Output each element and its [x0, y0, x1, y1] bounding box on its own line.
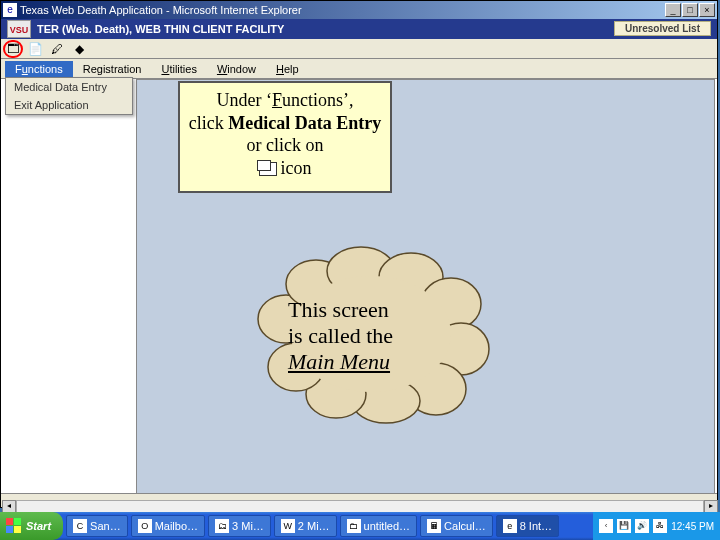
instruction-callout: Under ‘Functions’, click Medical Data En…	[178, 81, 392, 193]
taskbar-icon: 🗀	[347, 519, 361, 533]
start-button[interactable]: Start	[0, 512, 63, 540]
windows-icon	[259, 162, 277, 176]
menu-window[interactable]: Window	[207, 61, 266, 77]
thought-cloud: This screen is called the Main Menu	[246, 239, 494, 425]
taskbar-item-3[interactable]: 🗂3 Mi…	[208, 515, 271, 537]
taskbar: Start CSan… OMailbo… 🗂3 Mi… W2 Mi… 🗀unti…	[0, 512, 720, 540]
taskbar-icon: C	[73, 519, 87, 533]
maximize-button[interactable]: □	[682, 3, 698, 17]
toolbar-button-4[interactable]: ◆	[69, 40, 89, 58]
menu-help[interactable]: Help	[266, 61, 309, 77]
window-title: Texas Web Death Application - Microsoft …	[20, 4, 664, 16]
functions-dropdown: Medical Data Entry Exit Application	[5, 77, 133, 115]
taskbar-item-4[interactable]: W2 Mi…	[274, 515, 337, 537]
dropdown-item-exit-application[interactable]: Exit Application	[6, 96, 132, 114]
minimize-button[interactable]: _	[665, 3, 681, 17]
taskbar-item-6[interactable]: 🖩Calcul…	[420, 515, 493, 537]
taskbar-icon: 🖩	[427, 519, 441, 533]
menu-utilities[interactable]: Utilities	[151, 61, 206, 77]
subtitle-bar: VSU TER (Web. Death), WEB THIN CLIENT FA…	[1, 19, 717, 39]
tray-icon[interactable]: 🔊	[635, 519, 649, 533]
taskbar-item-1[interactable]: CSan…	[66, 515, 128, 537]
dropdown-item-medical-data-entry[interactable]: Medical Data Entry	[6, 78, 132, 96]
close-button[interactable]: ×	[699, 3, 715, 17]
cloud-line3: Main Menu	[288, 349, 458, 375]
taskbar-item-2[interactable]: OMailbo…	[131, 515, 205, 537]
toolbar-button-3[interactable]: 🖊	[47, 40, 67, 58]
unresolved-list-button[interactable]: Unresolved List	[614, 21, 711, 36]
taskbar-icon: O	[138, 519, 152, 533]
taskbar-item-7[interactable]: e8 Int…	[496, 515, 559, 537]
ie-icon: e	[3, 3, 17, 17]
menu-functions[interactable]: Functions	[5, 61, 73, 77]
taskbar-icon: W	[281, 519, 295, 533]
clock[interactable]: 12:45 PM	[671, 521, 714, 532]
medical-data-entry-icon[interactable]: 🗔	[3, 40, 23, 58]
tray-icon[interactable]: 💾	[617, 519, 631, 533]
system-tray: ‹ 💾 🔊 🖧 12:45 PM	[593, 512, 720, 540]
app-window: e Texas Web Death Application - Microsof…	[0, 0, 718, 508]
subtitle-text: TER (Web. Death), WEB THIN CLIENT FACILI…	[37, 23, 284, 35]
taskbar-icon: 🗂	[215, 519, 229, 533]
cloud-line2: is called the	[288, 323, 458, 349]
tray-icon[interactable]: 🖧	[653, 519, 667, 533]
tray-icon[interactable]: ‹	[599, 519, 613, 533]
titlebar: e Texas Web Death Application - Microsof…	[1, 1, 717, 19]
toolbar: 🗔 📄 🖊 ◆	[1, 39, 717, 59]
taskbar-icon: e	[503, 519, 517, 533]
menu-registration[interactable]: Registration	[73, 61, 152, 77]
app-logo-icon: VSU	[7, 20, 31, 38]
menubar: Functions Registration Utilities Window …	[1, 59, 717, 79]
taskbar-item-5[interactable]: 🗀untitled…	[340, 515, 417, 537]
toolbar-button-2[interactable]: 📄	[25, 40, 45, 58]
windows-logo-icon	[6, 518, 22, 534]
cloud-line1: This screen	[288, 297, 458, 323]
